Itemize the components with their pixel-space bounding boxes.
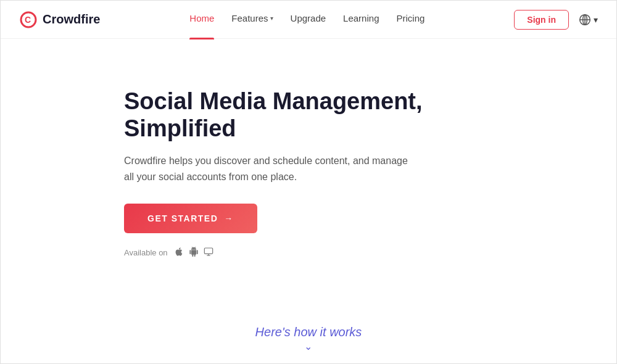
- language-selector[interactable]: ▾: [579, 14, 598, 26]
- how-it-works-section[interactable]: Here's how it works ⌄: [255, 325, 362, 352]
- android-icon: [189, 247, 199, 259]
- features-chevron-icon: ▾: [270, 15, 273, 22]
- svg-text:C: C: [25, 15, 31, 25]
- header-right: Sign in ▾: [514, 10, 598, 30]
- cta-arrow-icon: →: [224, 213, 234, 223]
- how-it-works-text: Here's how it works: [255, 325, 362, 339]
- get-started-button[interactable]: GET STARTED →: [124, 204, 257, 233]
- logo-text: Crowdfire: [43, 12, 100, 27]
- hero-content: Social Media Management, Simplified Crow…: [1, 39, 616, 259]
- main-nav: Home Features ▾ Upgrade Learning Pricing: [189, 13, 424, 26]
- svg-rect-6: [204, 248, 212, 254]
- globe-icon: [579, 14, 591, 26]
- apple-icon: [174, 247, 184, 259]
- desktop-icon: [204, 247, 213, 259]
- hero-section: Social Media Management, Simplified Crow…: [1, 39, 616, 364]
- header: C Crowdfire Home Features ▾ Upgrade Lear…: [1, 1, 616, 39]
- platform-icons: [174, 247, 213, 259]
- nav-features[interactable]: Features ▾: [231, 13, 273, 26]
- nav-upgrade[interactable]: Upgrade: [291, 13, 326, 26]
- language-chevron-icon: ▾: [594, 15, 598, 25]
- logo[interactable]: C Crowdfire: [19, 10, 100, 29]
- hero-title: Social Media Management, Simplified: [124, 88, 433, 142]
- nav-home[interactable]: Home: [189, 13, 214, 26]
- nav-pricing[interactable]: Pricing: [396, 13, 424, 26]
- available-on: Available on: [124, 247, 213, 259]
- nav-learning[interactable]: Learning: [343, 13, 379, 26]
- how-it-works-chevron-icon: ⌄: [304, 342, 312, 352]
- logo-icon: C: [19, 10, 38, 29]
- hero-subtitle: Crowdfire helps you discover and schedul…: [124, 153, 420, 184]
- sign-in-button[interactable]: Sign in: [514, 10, 569, 30]
